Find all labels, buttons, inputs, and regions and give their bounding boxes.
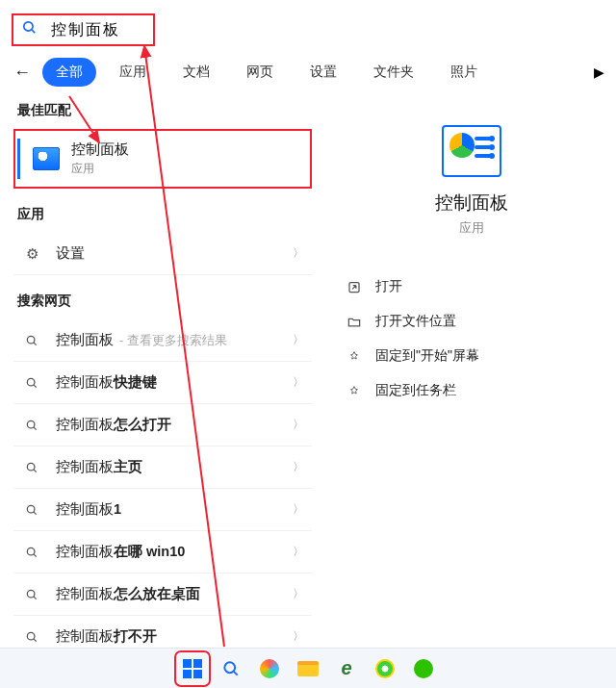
taskbar-app-wechat[interactable]	[408, 653, 439, 684]
web-result-text: 控制面板快捷键	[56, 373, 157, 392]
web-result-item[interactable]: 控制面板快捷键 〉	[13, 362, 312, 404]
web-result-text: 控制面板在哪 win10	[56, 543, 185, 561]
web-result-text: 控制面板怎么放在桌面	[56, 585, 200, 603]
search-icon	[21, 588, 42, 601]
taskbar-start-button[interactable]	[177, 653, 208, 684]
web-result-item[interactable]: 控制面板怎么打开 〉	[13, 404, 312, 446]
search-icon	[21, 19, 38, 40]
taskbar-app-360[interactable]	[370, 653, 400, 684]
best-match-title: 控制面板	[71, 140, 129, 159]
web-result-item[interactable]: 控制面板在哪 win10 〉	[13, 531, 312, 573]
search-icon	[21, 546, 42, 559]
svg-point-19	[224, 662, 235, 673]
svg-line-3	[34, 342, 37, 344]
section-web: 搜索网页	[17, 293, 312, 310]
svg-line-20	[234, 671, 238, 675]
pin-icon	[346, 384, 362, 398]
e-icon: e	[341, 657, 351, 679]
detail-action-label: 打开	[375, 278, 402, 295]
pin-icon	[346, 349, 362, 364]
web-result-suffix: - 查看更多搜索结果	[119, 332, 227, 349]
search-icon	[21, 419, 42, 432]
chevron-right-icon: 〉	[293, 374, 304, 391]
open-icon	[346, 280, 362, 294]
search-icon	[21, 630, 42, 644]
svg-line-11	[34, 511, 37, 514]
web-result-text: 控制面板1	[56, 500, 121, 519]
web-result-item[interactable]: 控制面板怎么放在桌面 〉	[13, 573, 312, 616]
tab-settings[interactable]: 设置	[296, 58, 350, 87]
svg-line-1	[32, 30, 35, 33]
back-button[interactable]: ←	[13, 63, 31, 83]
detail-action[interactable]: 固定到任务栏	[343, 373, 603, 408]
app-item-label: 设置	[56, 244, 85, 263]
tab-apps[interactable]: 应用	[106, 58, 160, 87]
chevron-right-icon: 〉	[293, 417, 304, 433]
detail-action-label: 固定到任务栏	[375, 382, 456, 399]
chevron-right-icon: 〉	[293, 544, 304, 560]
svg-point-6	[27, 420, 35, 428]
tab-photos[interactable]: 照片	[437, 58, 491, 87]
search-icon	[221, 659, 241, 678]
web-result-text: 控制面板打不开	[56, 627, 157, 646]
best-match-subtitle: 应用	[71, 161, 129, 177]
best-match-item[interactable]: 控制面板 应用	[13, 129, 312, 189]
tab-folders[interactable]: 文件夹	[360, 58, 427, 87]
web-result-item[interactable]: 控制面板 - 查看更多搜索结果 〉	[13, 319, 312, 362]
detail-action-label: 固定到"开始"屏幕	[375, 347, 479, 365]
chevron-right-icon: 〉	[293, 501, 304, 518]
web-result-text: 控制面板主页	[56, 458, 142, 476]
chevron-right-icon: 〉	[293, 245, 304, 262]
web-result-text: 控制面板怎么打开	[56, 416, 171, 434]
search-icon	[21, 334, 42, 347]
folder-icon	[346, 315, 362, 329]
detail-title: 控制面板	[341, 191, 603, 216]
search-box[interactable]	[12, 13, 155, 46]
detail-action[interactable]: 打开文件位置	[343, 304, 603, 339]
svg-point-12	[27, 548, 35, 555]
svg-point-4	[27, 378, 35, 386]
tab-docs[interactable]: 文档	[169, 58, 223, 87]
svg-line-5	[34, 384, 37, 387]
taskbar-app-browser[interactable]	[254, 653, 285, 684]
svg-line-13	[34, 553, 37, 556]
search-icon	[21, 503, 42, 517]
svg-point-8	[27, 463, 35, 471]
svg-line-9	[34, 469, 37, 471]
tab-web[interactable]: 网页	[233, 58, 287, 87]
taskbar: e	[0, 648, 616, 688]
detail-action-label: 打开文件位置	[375, 313, 456, 330]
chevron-right-icon: 〉	[293, 628, 304, 645]
web-result-text: 控制面板	[56, 331, 114, 349]
svg-line-7	[34, 426, 37, 429]
search-input[interactable]	[49, 20, 145, 39]
search-icon	[21, 376, 42, 390]
svg-point-16	[27, 632, 35, 640]
chevron-right-icon: 〉	[293, 586, 304, 602]
chevron-right-icon: 〉	[293, 459, 304, 475]
chevron-right-icon: 〉	[293, 332, 304, 348]
wechat-icon	[414, 659, 433, 678]
detail-action[interactable]: 打开	[343, 269, 603, 304]
browser-icon	[260, 659, 279, 678]
folder-icon	[297, 661, 319, 676]
taskbar-search-button[interactable]	[216, 653, 246, 684]
section-best-match: 最佳匹配	[17, 102, 312, 119]
search-icon	[21, 461, 42, 474]
control-panel-icon	[33, 147, 60, 170]
detail-subtitle: 应用	[341, 219, 603, 237]
svg-point-10	[27, 505, 35, 513]
taskbar-app-ie[interactable]: e	[331, 653, 362, 684]
app-item-settings[interactable]: ⚙ 设置 〉	[13, 233, 312, 275]
web-result-item[interactable]: 控制面板1 〉	[13, 489, 312, 531]
web-result-item[interactable]: 控制面板主页 〉	[13, 446, 312, 489]
svg-point-14	[27, 590, 35, 598]
svg-line-17	[34, 638, 37, 641]
shield-icon	[375, 659, 395, 678]
detail-action[interactable]: 固定到"开始"屏幕	[343, 339, 603, 373]
tab-all[interactable]: 全部	[42, 58, 96, 87]
tabs-overflow[interactable]: ▶	[594, 64, 604, 80]
taskbar-app-explorer[interactable]	[293, 653, 323, 684]
svg-point-2	[27, 336, 35, 344]
windows-logo-icon	[183, 659, 202, 678]
